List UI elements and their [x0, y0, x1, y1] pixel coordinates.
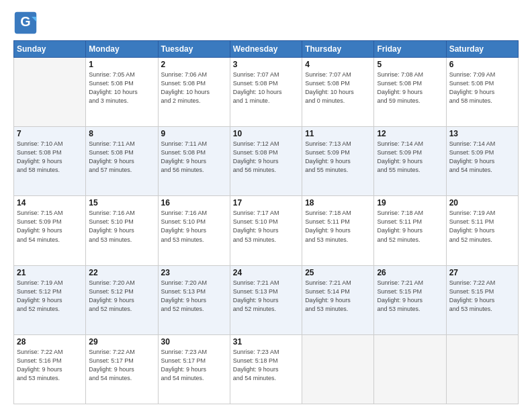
- day-info: Sunrise: 7:13 AM Sunset: 5:09 PM Dayligh…: [305, 140, 371, 175]
- day-number: 20: [449, 198, 515, 208]
- day-number: 17: [233, 198, 299, 208]
- day-info: Sunrise: 7:19 AM Sunset: 5:12 PM Dayligh…: [17, 279, 83, 314]
- day-number: 7: [17, 129, 83, 138]
- calendar-cell: [374, 334, 446, 404]
- calendar-table: SundayMondayTuesdayWednesdayThursdayFrid…: [13, 40, 519, 404]
- calendar-cell: 14Sunrise: 7:15 AM Sunset: 5:09 PM Dayli…: [14, 196, 86, 265]
- calendar-cell: 4Sunrise: 7:07 AM Sunset: 5:08 PM Daylig…: [302, 58, 374, 127]
- calendar-cell: 21Sunrise: 7:19 AM Sunset: 5:12 PM Dayli…: [14, 265, 86, 334]
- day-number: 13: [449, 129, 515, 138]
- calendar-cell: 27Sunrise: 7:22 AM Sunset: 5:15 PM Dayli…: [446, 265, 518, 334]
- day-info: Sunrise: 7:07 AM Sunset: 5:08 PM Dayligh…: [305, 71, 371, 105]
- calendar-week-row: 7Sunrise: 7:10 AM Sunset: 5:08 PM Daylig…: [14, 127, 519, 196]
- logo-icon: G: [13, 11, 38, 35]
- calendar-week-row: 28Sunrise: 7:22 AM Sunset: 5:16 PM Dayli…: [14, 334, 519, 404]
- calendar-cell: 15Sunrise: 7:16 AM Sunset: 5:10 PM Dayli…: [86, 196, 158, 265]
- day-info: Sunrise: 7:05 AM Sunset: 5:08 PM Dayligh…: [89, 71, 154, 105]
- day-info: Sunrise: 7:21 AM Sunset: 5:15 PM Dayligh…: [377, 279, 443, 314]
- day-number: 10: [233, 129, 299, 138]
- calendar-cell: [446, 334, 518, 404]
- calendar-cell: 22Sunrise: 7:20 AM Sunset: 5:12 PM Dayli…: [86, 265, 158, 334]
- day-info: Sunrise: 7:16 AM Sunset: 5:10 PM Dayligh…: [161, 209, 227, 244]
- calendar-cell: 17Sunrise: 7:17 AM Sunset: 5:10 PM Dayli…: [230, 196, 302, 265]
- calendar-cell: 24Sunrise: 7:21 AM Sunset: 5:13 PM Dayli…: [230, 265, 302, 334]
- calendar-cell: 29Sunrise: 7:22 AM Sunset: 5:17 PM Dayli…: [86, 334, 158, 404]
- day-info: Sunrise: 7:10 AM Sunset: 5:08 PM Dayligh…: [17, 140, 83, 175]
- day-info: Sunrise: 7:22 AM Sunset: 5:15 PM Dayligh…: [449, 279, 515, 314]
- day-number: 22: [89, 268, 154, 277]
- calendar-week-row: 1Sunrise: 7:05 AM Sunset: 5:08 PM Daylig…: [14, 58, 519, 127]
- day-info: Sunrise: 7:15 AM Sunset: 5:09 PM Dayligh…: [17, 209, 83, 244]
- calendar-cell: 5Sunrise: 7:08 AM Sunset: 5:08 PM Daylig…: [374, 58, 446, 127]
- day-number: 14: [17, 198, 83, 208]
- day-number: 28: [17, 337, 83, 347]
- day-info: Sunrise: 7:21 AM Sunset: 5:13 PM Dayligh…: [233, 279, 299, 314]
- calendar-cell: [14, 58, 86, 127]
- day-info: Sunrise: 7:23 AM Sunset: 5:18 PM Dayligh…: [233, 348, 299, 383]
- calendar-cell: 3Sunrise: 7:07 AM Sunset: 5:08 PM Daylig…: [230, 58, 302, 127]
- day-info: Sunrise: 7:14 AM Sunset: 5:09 PM Dayligh…: [377, 140, 443, 175]
- day-number: 31: [233, 337, 299, 347]
- day-info: Sunrise: 7:07 AM Sunset: 5:08 PM Dayligh…: [233, 71, 299, 105]
- header: G: [13, 11, 519, 35]
- svg-text:G: G: [20, 14, 30, 29]
- day-number: 11: [305, 129, 371, 138]
- day-number: 16: [161, 198, 227, 208]
- day-info: Sunrise: 7:16 AM Sunset: 5:10 PM Dayligh…: [89, 209, 154, 244]
- day-number: 18: [305, 198, 371, 208]
- day-info: Sunrise: 7:14 AM Sunset: 5:09 PM Dayligh…: [449, 140, 515, 175]
- day-number: 4: [305, 60, 371, 69]
- calendar-cell: 7Sunrise: 7:10 AM Sunset: 5:08 PM Daylig…: [14, 127, 86, 196]
- calendar-cell: 18Sunrise: 7:18 AM Sunset: 5:11 PM Dayli…: [302, 196, 374, 265]
- day-number: 26: [377, 268, 443, 277]
- day-info: Sunrise: 7:18 AM Sunset: 5:11 PM Dayligh…: [377, 209, 443, 244]
- calendar-cell: 12Sunrise: 7:14 AM Sunset: 5:09 PM Dayli…: [374, 127, 446, 196]
- calendar-cell: 2Sunrise: 7:06 AM Sunset: 5:08 PM Daylig…: [158, 58, 230, 127]
- day-info: Sunrise: 7:06 AM Sunset: 5:08 PM Dayligh…: [161, 71, 227, 105]
- calendar-cell: 8Sunrise: 7:11 AM Sunset: 5:08 PM Daylig…: [86, 127, 158, 196]
- day-number: 2: [161, 60, 227, 69]
- weekday-header: Thursday: [302, 41, 374, 58]
- calendar-cell: 28Sunrise: 7:22 AM Sunset: 5:16 PM Dayli…: [14, 334, 86, 404]
- calendar-cell: 11Sunrise: 7:13 AM Sunset: 5:09 PM Dayli…: [302, 127, 374, 196]
- day-info: Sunrise: 7:08 AM Sunset: 5:08 PM Dayligh…: [377, 71, 443, 105]
- day-number: 6: [449, 60, 515, 69]
- day-number: 21: [17, 268, 83, 277]
- day-number: 3: [233, 60, 299, 69]
- day-info: Sunrise: 7:17 AM Sunset: 5:10 PM Dayligh…: [233, 209, 299, 244]
- calendar-cell: 25Sunrise: 7:21 AM Sunset: 5:14 PM Dayli…: [302, 265, 374, 334]
- day-number: 29: [89, 337, 154, 347]
- calendar-cell: 30Sunrise: 7:23 AM Sunset: 5:17 PM Dayli…: [158, 334, 230, 404]
- calendar-cell: 26Sunrise: 7:21 AM Sunset: 5:15 PM Dayli…: [374, 265, 446, 334]
- day-info: Sunrise: 7:18 AM Sunset: 5:11 PM Dayligh…: [305, 209, 371, 244]
- day-number: 27: [449, 268, 515, 277]
- day-number: 30: [161, 337, 227, 347]
- calendar-week-row: 21Sunrise: 7:19 AM Sunset: 5:12 PM Dayli…: [14, 265, 519, 334]
- calendar-cell: 1Sunrise: 7:05 AM Sunset: 5:08 PM Daylig…: [86, 58, 158, 127]
- weekday-header: Monday: [86, 41, 158, 58]
- day-number: 25: [305, 268, 371, 277]
- calendar-cell: 13Sunrise: 7:14 AM Sunset: 5:09 PM Dayli…: [446, 127, 518, 196]
- calendar-cell: 20Sunrise: 7:19 AM Sunset: 5:11 PM Dayli…: [446, 196, 518, 265]
- page: G SundayMondayTuesdayWednesdayThursdayFr…: [0, 0, 532, 411]
- calendar-cell: 6Sunrise: 7:09 AM Sunset: 5:08 PM Daylig…: [446, 58, 518, 127]
- day-info: Sunrise: 7:12 AM Sunset: 5:08 PM Dayligh…: [233, 140, 299, 175]
- calendar-cell: [302, 334, 374, 404]
- calendar-week-row: 14Sunrise: 7:15 AM Sunset: 5:09 PM Dayli…: [14, 196, 519, 265]
- calendar-cell: 16Sunrise: 7:16 AM Sunset: 5:10 PM Dayli…: [158, 196, 230, 265]
- weekday-header-row: SundayMondayTuesdayWednesdayThursdayFrid…: [14, 41, 519, 58]
- day-number: 24: [233, 268, 299, 277]
- day-number: 19: [377, 198, 443, 208]
- day-number: 15: [89, 198, 154, 208]
- weekday-header: Wednesday: [230, 41, 302, 58]
- logo: G: [13, 11, 40, 35]
- weekday-header: Saturday: [446, 41, 518, 58]
- day-number: 8: [89, 129, 154, 138]
- day-number: 1: [89, 60, 154, 69]
- calendar-cell: 31Sunrise: 7:23 AM Sunset: 5:18 PM Dayli…: [230, 334, 302, 404]
- day-info: Sunrise: 7:22 AM Sunset: 5:17 PM Dayligh…: [89, 348, 154, 383]
- day-info: Sunrise: 7:20 AM Sunset: 5:13 PM Dayligh…: [161, 279, 227, 314]
- day-number: 9: [161, 129, 227, 138]
- day-info: Sunrise: 7:19 AM Sunset: 5:11 PM Dayligh…: [449, 209, 515, 244]
- weekday-header: Sunday: [14, 41, 86, 58]
